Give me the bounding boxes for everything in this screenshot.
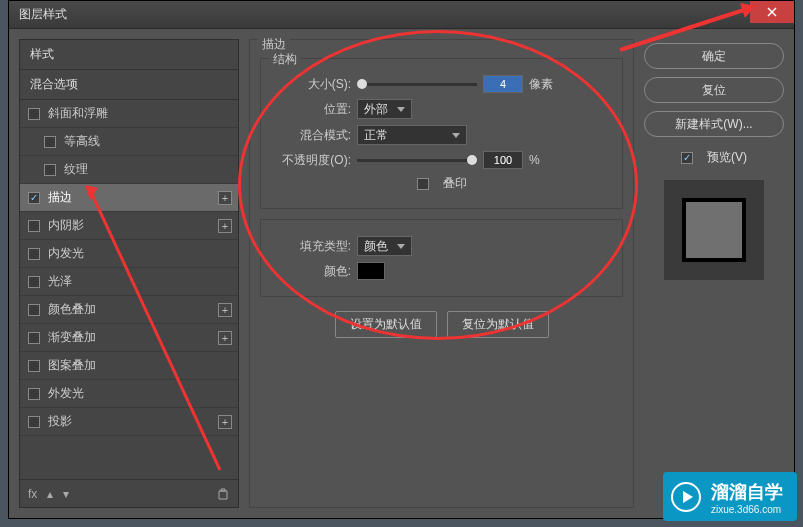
add-effect-button[interactable]: + (218, 219, 232, 233)
style-checkbox[interactable] (28, 388, 40, 400)
structure-title: 结构 (269, 51, 301, 68)
panel-tools: fx ▴ ▾ (20, 479, 238, 507)
preview-label: 预览(V) (707, 149, 747, 166)
styles-panel: 样式 混合选项 斜面和浮雕等高线纹理描边+内阴影+内发光光泽颜色叠加+渐变叠加+… (19, 39, 239, 508)
opacity-input[interactable] (483, 151, 523, 169)
style-checkbox[interactable] (28, 332, 40, 344)
watermark-main: 溜溜自学 (711, 482, 783, 502)
style-checkbox[interactable] (28, 108, 40, 120)
size-unit: 像素 (529, 76, 553, 93)
set-default-button[interactable]: 设置为默认值 (335, 311, 437, 338)
overprint-label: 叠印 (443, 175, 467, 192)
style-item[interactable]: 纹理 (20, 156, 238, 184)
reset-default-button[interactable]: 复位为默认值 (447, 311, 549, 338)
style-item-label: 描边 (48, 189, 72, 206)
style-item[interactable]: 斜面和浮雕 (20, 100, 238, 128)
style-item-label: 渐变叠加 (48, 329, 96, 346)
settings-panel: 描边 结构 大小(S): 像素 位置: 外部 混合模式: 正常 (249, 39, 634, 508)
action-panel: 确定 复位 新建样式(W)... 预览(V) (644, 39, 784, 508)
style-item[interactable]: 渐变叠加+ (20, 324, 238, 352)
watermark: 溜溜自学 zixue.3d66.com (663, 472, 797, 521)
style-item-label: 斜面和浮雕 (48, 105, 108, 122)
style-item-label: 内发光 (48, 245, 84, 262)
blend-mode-dropdown[interactable]: 正常 (357, 125, 467, 145)
close-button[interactable] (750, 1, 794, 23)
dialog-content: 样式 混合选项 斜面和浮雕等高线纹理描边+内阴影+内发光光泽颜色叠加+渐变叠加+… (9, 29, 794, 518)
style-item-label: 投影 (48, 413, 72, 430)
style-item[interactable]: 等高线 (20, 128, 238, 156)
style-item[interactable]: 光泽 (20, 268, 238, 296)
play-icon (671, 482, 701, 512)
dialog-title: 图层样式 (19, 6, 67, 23)
position-dropdown[interactable]: 外部 (357, 99, 412, 119)
preview-box (664, 180, 764, 280)
add-effect-button[interactable]: + (218, 303, 232, 317)
style-item-label: 外发光 (48, 385, 84, 402)
style-list: 斜面和浮雕等高线纹理描边+内阴影+内发光光泽颜色叠加+渐变叠加+图案叠加外发光投… (20, 100, 238, 479)
style-item[interactable]: 外发光 (20, 380, 238, 408)
overprint-checkbox[interactable] (417, 178, 429, 190)
titlebar: 图层样式 (9, 1, 794, 29)
style-checkbox[interactable] (44, 136, 56, 148)
arrow-down-icon[interactable]: ▾ (63, 487, 69, 501)
style-item[interactable]: 图案叠加 (20, 352, 238, 380)
opacity-label: 不透明度(O): (271, 152, 351, 169)
style-item-label: 内阴影 (48, 217, 84, 234)
style-checkbox[interactable] (28, 416, 40, 428)
style-item[interactable]: 内阴影+ (20, 212, 238, 240)
new-style-button[interactable]: 新建样式(W)... (644, 111, 784, 137)
watermark-sub: zixue.3d66.com (711, 504, 783, 515)
size-slider[interactable] (357, 83, 477, 86)
style-checkbox[interactable] (28, 276, 40, 288)
add-effect-button[interactable]: + (218, 415, 232, 429)
style-item-label: 图案叠加 (48, 357, 96, 374)
size-input[interactable] (483, 75, 523, 93)
fill-type-dropdown[interactable]: 颜色 (357, 236, 412, 256)
trash-icon[interactable] (216, 487, 230, 501)
style-item-label: 等高线 (64, 133, 100, 150)
opacity-slider[interactable] (357, 159, 477, 162)
style-item[interactable]: 内发光 (20, 240, 238, 268)
add-effect-button[interactable]: + (218, 191, 232, 205)
style-checkbox[interactable] (28, 220, 40, 232)
reset-button[interactable]: 复位 (644, 77, 784, 103)
fill-type-label: 填充类型: (271, 238, 351, 255)
fill-group: 填充类型: 颜色 颜色: (260, 219, 623, 297)
style-item-label: 颜色叠加 (48, 301, 96, 318)
blend-options-header[interactable]: 混合选项 (20, 70, 238, 100)
style-item-label: 纹理 (64, 161, 88, 178)
size-label: 大小(S): (271, 76, 351, 93)
style-item[interactable]: 投影+ (20, 408, 238, 436)
color-swatch[interactable] (357, 262, 385, 280)
arrow-up-icon[interactable]: ▴ (47, 487, 53, 501)
style-item[interactable]: 颜色叠加+ (20, 296, 238, 324)
color-label: 颜色: (271, 263, 351, 280)
styles-header[interactable]: 样式 (20, 40, 238, 70)
layer-style-dialog: 图层样式 样式 混合选项 斜面和浮雕等高线纹理描边+内阴影+内发光光泽颜色叠加+… (8, 0, 795, 519)
style-checkbox[interactable] (28, 248, 40, 260)
fx-menu[interactable]: fx (28, 487, 37, 501)
style-checkbox[interactable] (28, 360, 40, 372)
preview-checkbox[interactable] (681, 152, 693, 164)
structure-group: 结构 大小(S): 像素 位置: 外部 混合模式: 正常 不透明度(O): (260, 58, 623, 209)
style-checkbox[interactable] (28, 304, 40, 316)
preview-swatch (682, 198, 746, 262)
position-label: 位置: (271, 101, 351, 118)
ok-button[interactable]: 确定 (644, 43, 784, 69)
style-item[interactable]: 描边+ (20, 184, 238, 212)
close-icon (767, 7, 777, 17)
blend-mode-label: 混合模式: (271, 127, 351, 144)
style-checkbox[interactable] (44, 164, 56, 176)
add-effect-button[interactable]: + (218, 331, 232, 345)
style-item-label: 光泽 (48, 273, 72, 290)
style-checkbox[interactable] (28, 192, 40, 204)
opacity-unit: % (529, 153, 540, 167)
